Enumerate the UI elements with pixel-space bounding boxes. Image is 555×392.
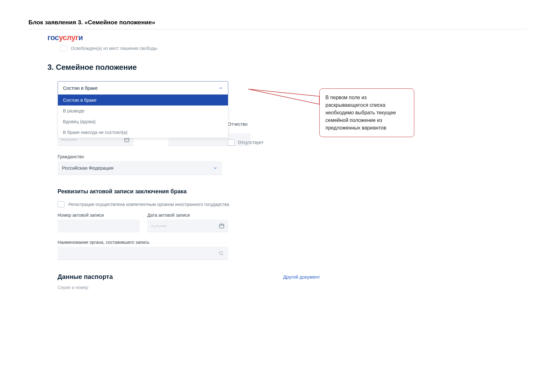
svg-rect-4 xyxy=(219,224,224,228)
doc-divider xyxy=(28,29,527,29)
marital-option-2[interactable]: Вдовец (вдова) xyxy=(58,116,228,127)
record-date-label: Дата актовой записи xyxy=(147,213,228,218)
citizenship-label: Гражданство xyxy=(58,154,319,159)
record-number-label: Номер актовой записи xyxy=(58,213,140,218)
passport-heading: Данные паспорта xyxy=(58,273,113,280)
svg-point-8 xyxy=(219,251,222,255)
patronymic-absent-checkbox[interactable]: Отсутствует xyxy=(228,139,263,146)
record-organ-label: Наименование органа, составившего запись xyxy=(58,240,319,245)
record-organ-field: Наименование органа, составившего запись xyxy=(58,240,319,260)
section-heading: 3. Семейное положение xyxy=(47,63,319,72)
logo-part-1: гос xyxy=(47,33,59,42)
record-date-input[interactable]: --.--.---- xyxy=(147,220,228,232)
foreign-registration-checkbox[interactable]: Регистрация осуществлена компетентным ор… xyxy=(58,201,319,208)
marital-option-1[interactable]: В разводе xyxy=(58,106,228,116)
app-panel: госуслуги Освобожден(а) из мест лишения … xyxy=(35,33,332,290)
search-icon[interactable] xyxy=(218,250,224,256)
marriage-record-heading: Реквизиты актовой записи заключения брак… xyxy=(58,188,319,195)
record-number-field: Номер актовой записи xyxy=(58,213,140,232)
released-checkbox-label: Освобожден(а) из мест лишения свободы xyxy=(71,46,157,51)
svg-rect-0 xyxy=(125,138,129,142)
marital-status-dropdown[interactable]: Состою в браке Состою в браке В разводе … xyxy=(58,81,228,95)
patronymic-absent-label: Отсутствует xyxy=(238,140,263,145)
calendar-icon[interactable] xyxy=(219,223,225,229)
marital-dropdown-head[interactable]: Состою в браке xyxy=(58,81,228,95)
instruction-callout: В первом поле из раскрывающегося списка … xyxy=(319,88,414,137)
citizenship-field: Гражданство Российская Федерация xyxy=(58,154,319,175)
chevron-up-icon xyxy=(219,86,223,90)
marital-option-0[interactable]: Состою в браке xyxy=(58,95,228,106)
released-checkbox-row[interactable]: Освобожден(а) из мест лишения свободы xyxy=(60,45,319,51)
form-region: Освобожден(а) из мест лишения свободы 3.… xyxy=(35,45,332,290)
checkbox-icon[interactable] xyxy=(228,139,235,146)
foreign-registration-label: Регистрация осуществлена компетентным ор… xyxy=(68,202,229,207)
marital-option-3[interactable]: В браке никогда не состоял(а) xyxy=(58,127,228,138)
chevron-down-icon xyxy=(213,166,218,170)
logo-part-3: и xyxy=(78,33,83,42)
logo-part-2: услуг xyxy=(59,33,78,42)
record-number-input[interactable] xyxy=(58,220,140,232)
document-title: Блок заявления 3. «Семейное положение» xyxy=(28,19,527,26)
other-document-link[interactable]: Другой документ xyxy=(283,274,320,280)
citizenship-select[interactable]: Российская Федерация xyxy=(58,161,222,175)
record-date-field: Дата актовой записи --.--.---- xyxy=(147,213,228,232)
series-number-label: Серия и номер xyxy=(58,285,319,290)
svg-line-9 xyxy=(222,254,223,255)
checkbox-icon[interactable] xyxy=(60,45,67,51)
record-organ-input[interactable] xyxy=(58,247,228,260)
citizenship-value: Российская Федерация xyxy=(62,165,114,171)
patronymic-field: Отчество Отсутствует xyxy=(228,122,263,146)
patronymic-label: Отчество xyxy=(228,122,263,127)
marital-dropdown-list: Состою в браке В разводе Вдовец (вдова) … xyxy=(58,95,228,138)
gosuslugi-logo: госуслуги xyxy=(47,33,332,42)
checkbox-icon[interactable] xyxy=(58,201,65,208)
record-date-placeholder: --.--.---- xyxy=(151,223,166,228)
marital-selected-value: Состою в браке xyxy=(63,85,98,91)
